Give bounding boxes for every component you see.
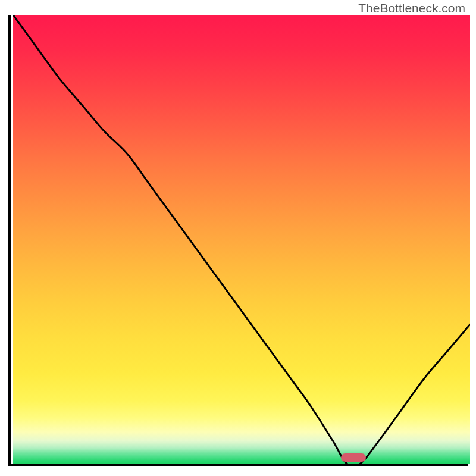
plot-area (8, 15, 468, 466)
bottleneck-curve (13, 15, 470, 464)
watermark-text: TheBottleneck.com (358, 1, 465, 15)
optimal-point-marker (341, 453, 366, 462)
chart-container (8, 15, 468, 468)
